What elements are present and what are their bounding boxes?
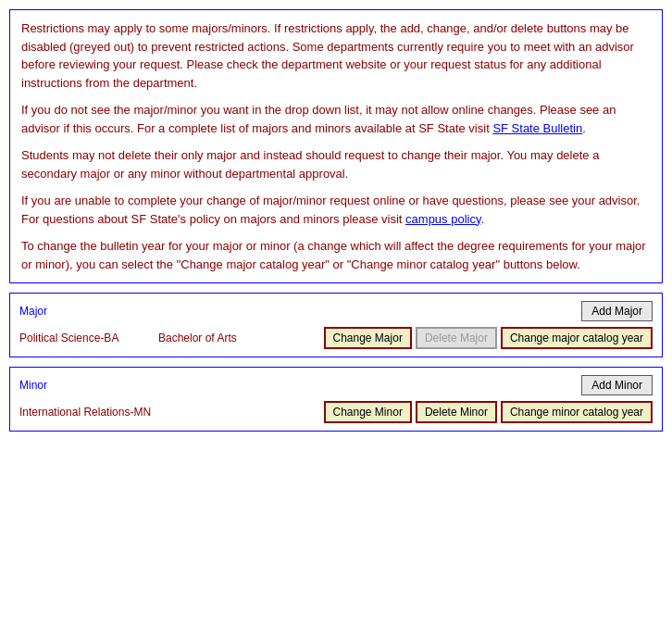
minor-program-name: International Relations-MN bbox=[19, 406, 151, 419]
major-row: Political Science-BA Bachelor of Arts Ch… bbox=[19, 327, 653, 349]
add-minor-button[interactable]: Add Minor bbox=[581, 375, 653, 395]
minor-button-group: Change Minor Delete Minor Change minor c… bbox=[324, 401, 653, 423]
info-para-4-text: If you are unable to complete your chang… bbox=[21, 194, 640, 226]
change-major-button[interactable]: Change Major bbox=[324, 327, 412, 349]
delete-major-button: Delete Major bbox=[416, 327, 497, 349]
sf-state-bulletin-link[interactable]: SF State Bulletin bbox=[492, 121, 582, 135]
major-label: Major bbox=[19, 305, 47, 318]
add-major-button[interactable]: Add Major bbox=[581, 301, 653, 321]
change-major-catalog-button[interactable]: Change major catalog year bbox=[501, 327, 653, 349]
minor-header: Minor Add Minor bbox=[19, 375, 653, 395]
info-section: Restrictions may apply to some majors/mi… bbox=[9, 9, 663, 283]
major-section: Major Add Major Political Science-BA Bac… bbox=[9, 293, 663, 357]
minor-row: International Relations-MN Change Minor … bbox=[19, 401, 653, 423]
info-para-4: If you are unable to complete your chang… bbox=[21, 192, 651, 228]
change-minor-catalog-button[interactable]: Change minor catalog year bbox=[501, 401, 653, 423]
delete-minor-button[interactable]: Delete Minor bbox=[416, 401, 497, 423]
major-degree-type: Bachelor of Arts bbox=[158, 332, 251, 344]
major-header: Major Add Major bbox=[19, 301, 653, 321]
campus-policy-link[interactable]: campus policy bbox=[405, 212, 480, 226]
page-container: Restrictions may apply to some majors/mi… bbox=[0, 0, 672, 626]
info-para-1: Restrictions may apply to some majors/mi… bbox=[21, 19, 651, 92]
info-para-2: If you do not see the major/minor you wa… bbox=[21, 101, 651, 137]
major-program-name: Political Science-BA bbox=[19, 332, 149, 344]
info-para-3: Students may not delete their only major… bbox=[21, 146, 651, 182]
minor-label: Minor bbox=[19, 379, 47, 392]
info-para-5: To change the bulletin year for your maj… bbox=[21, 237, 651, 273]
minor-section: Minor Add Minor International Relations-… bbox=[9, 367, 663, 432]
change-minor-button[interactable]: Change Minor bbox=[324, 401, 412, 423]
major-button-group: Change Major Delete Major Change major c… bbox=[324, 327, 653, 349]
